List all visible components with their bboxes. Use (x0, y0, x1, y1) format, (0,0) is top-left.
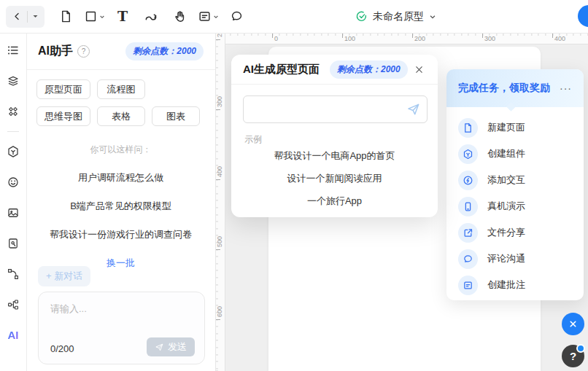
points-badge: 剩余点数：2000 (125, 42, 204, 60)
canvas-area: 0100200300400 200300400500600 AI生成原型页面 剩… (215, 33, 588, 371)
frame-icon (84, 9, 98, 23)
task-item-create-component[interactable]: 创建组件 (446, 141, 584, 167)
text-tool-button[interactable]: T (112, 6, 134, 28)
caret-down-icon (213, 14, 219, 20)
more-icon[interactable]: ··· (560, 83, 572, 93)
examples-label: 示例 (244, 133, 262, 146)
task-label: 创建组件 (487, 147, 525, 160)
ai-panel-header: AI助手 ? 剩余点数：2000 (26, 33, 215, 70)
vector-icon[interactable] (7, 267, 20, 281)
tasks-panel: 完成任务，领取奖励 ··· 新建页面 创建组件 添加交互 (446, 69, 584, 300)
task-list: 新建页面 创建组件 添加交互 真机演示 文件分享 (446, 107, 584, 304)
send-label: 发送 (168, 340, 187, 354)
document-title-label: 未命名原型 (373, 10, 424, 23)
suggestion-item[interactable]: 帮我设计一份游戏行业的调查问卷 (26, 228, 215, 241)
toolbar-tools: T (55, 6, 247, 28)
hand-icon (173, 9, 187, 23)
task-label: 添加交互 (487, 173, 525, 187)
frame-tool-button[interactable] (83, 6, 105, 28)
task-label: 创建批注 (487, 278, 525, 292)
pages-list-icon[interactable] (7, 44, 20, 57)
suggestion-hint: 你可以这样问： (26, 144, 215, 156)
hand-tool-button[interactable] (169, 6, 190, 28)
divider (27, 11, 28, 23)
suggestion-item[interactable]: B端产品常见的权限模型 (26, 200, 215, 213)
layers-icon[interactable] (7, 74, 20, 87)
paper-plane-icon (155, 343, 164, 352)
help-button[interactable]: ? (562, 345, 584, 367)
note-tool-button[interactable] (197, 6, 219, 28)
task-item-new-page[interactable]: 新建页面 (446, 114, 584, 141)
send-button[interactable]: 发送 (147, 337, 195, 356)
task-item-annotation[interactable]: 创建批注 (446, 272, 584, 298)
file-share-icon (458, 223, 478, 243)
examples-list: 帮我设计一个电商App的首页 设计一个新闻阅读应用 一个旅行App (231, 149, 438, 217)
chevron-left-icon (12, 11, 23, 22)
paper-plane-icon[interactable] (406, 102, 421, 117)
document-title[interactable]: 未命名原型 (355, 0, 436, 33)
new-page-icon (458, 118, 478, 138)
task-item-file-share[interactable]: 文件分享 (446, 219, 584, 246)
sidebar: AI (0, 33, 27, 371)
create-component-icon (458, 144, 478, 164)
help-icon[interactable]: ? (77, 45, 90, 58)
comment-icon (230, 9, 244, 23)
text-icon: T (117, 9, 128, 23)
prompt-input-wrap (243, 95, 428, 123)
points-badge: 剩余点数：2000 (330, 60, 408, 79)
saved-check-icon (355, 10, 368, 23)
chat-input[interactable] (49, 301, 190, 333)
task-label: 文件分享 (487, 226, 525, 239)
note-icon (198, 9, 212, 23)
prompt-input[interactable] (244, 96, 402, 122)
flow-icon[interactable] (7, 298, 20, 311)
chat-input-card: 0/200 发送 (38, 292, 205, 364)
divider (7, 131, 19, 132)
connector-icon (144, 9, 158, 24)
chip-prototype-page[interactable]: 原型页面 (36, 79, 90, 99)
image-icon[interactable] (7, 206, 20, 219)
add-interaction-icon (458, 171, 478, 190)
tasks-header-label: 完成任务，领取奖励 (458, 82, 550, 95)
template-icon[interactable] (7, 237, 20, 250)
close-icon (568, 319, 578, 329)
task-label: 真机演示 (487, 200, 525, 213)
chip-chart[interactable]: 图表 (152, 106, 200, 126)
device-preview-icon (458, 197, 478, 216)
comment-icon (458, 249, 478, 269)
components-icon[interactable] (7, 105, 20, 118)
example-item[interactable]: 一个旅行App (231, 195, 438, 208)
material-icon[interactable] (7, 145, 20, 158)
chip-flowchart[interactable]: 流程图 (97, 79, 145, 99)
modal-header: AI生成原型页面 剩余点数：2000 (231, 55, 438, 85)
close-icon[interactable] (411, 62, 426, 77)
caret-down-icon (99, 14, 105, 20)
modal-title: AI生成原型页面 (243, 63, 320, 77)
char-counter: 0/200 (50, 343, 74, 354)
connector-tool-button[interactable] (140, 6, 162, 28)
ai-assistant-entry[interactable]: AI (8, 329, 19, 341)
task-label: 评论沟通 (487, 252, 525, 265)
emoji-icon[interactable] (7, 176, 20, 189)
task-item-device-preview[interactable]: 真机演示 (446, 193, 584, 219)
caret-down-icon (429, 13, 436, 20)
task-item-add-interaction[interactable]: 添加交互 (446, 167, 584, 193)
chip-table[interactable]: 表格 (97, 106, 145, 126)
suggestion-item[interactable]: 用户调研流程怎么做 (26, 171, 215, 184)
chip-mindmap[interactable]: 思维导图 (36, 106, 90, 126)
new-chat-button[interactable]: + 新对话 (38, 266, 90, 286)
task-item-comment[interactable]: 评论沟通 (446, 246, 584, 272)
ai-panel-title: AI助手 (38, 44, 73, 59)
dismiss-tasks-button[interactable] (562, 313, 584, 335)
back-button[interactable] (6, 6, 45, 28)
page-icon (59, 9, 73, 23)
example-item[interactable]: 帮我设计一个电商App的首页 (231, 149, 438, 163)
tasks-panel-header: 完成任务，领取奖励 ··· (446, 69, 584, 107)
ruler-horizontal: 0100200300400 (225, 33, 588, 44)
comment-tool-button[interactable] (225, 6, 247, 28)
caret-down-icon (32, 13, 39, 20)
page-tool-button[interactable] (55, 6, 77, 28)
user-avatar[interactable] (578, 5, 588, 27)
task-label: 新建页面 (487, 121, 525, 134)
example-item[interactable]: 设计一个新闻阅读应用 (231, 172, 438, 185)
